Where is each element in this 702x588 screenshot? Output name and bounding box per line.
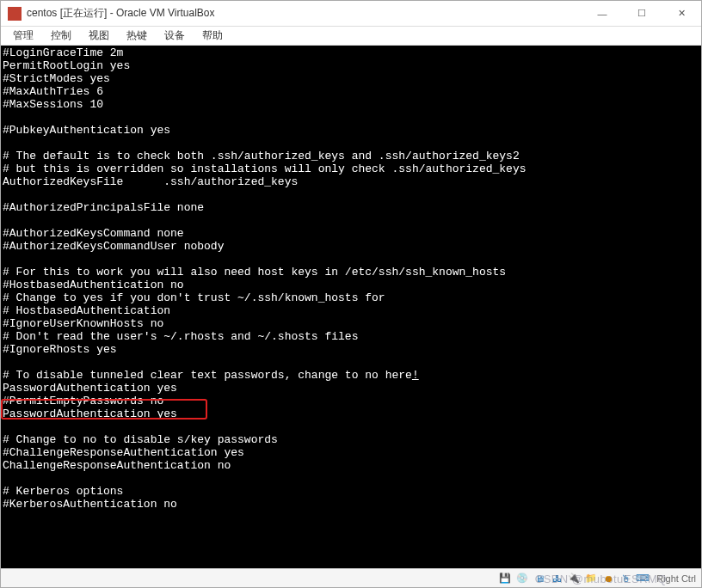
terminal-line: # Change to no to disable s/key password… <box>3 433 699 446</box>
terminal-line <box>3 214 699 227</box>
maximize-icon: ☐ <box>637 8 646 19</box>
terminal-line: # Change to yes if you don't trust ~/.ss… <box>3 291 699 304</box>
terminal-line <box>3 111 699 124</box>
minimize-icon: — <box>598 9 607 19</box>
record-icon[interactable]: ⏺ <box>601 572 615 585</box>
menu-manage[interactable]: 管理 <box>4 27 42 45</box>
titlebar[interactable]: centos [正在运行] - Oracle VM VirtualBox — ☐… <box>1 1 701 27</box>
terminal-line <box>3 420 699 433</box>
vm-icon <box>8 7 22 21</box>
close-button[interactable]: ✕ <box>662 1 701 26</box>
terminal-line: #IgnoreRhosts yes <box>3 343 699 356</box>
terminal-line: #LoginGraceTime 2m <box>3 46 699 59</box>
keyboard-icon[interactable]: ⌨ <box>636 572 650 585</box>
terminal-line: # Don't read the user's ~/.rhosts and ~/… <box>3 330 699 343</box>
terminal-line: #AuthorizedKeysCommand none <box>3 227 699 240</box>
terminal-line: # but this is overridden so installation… <box>3 162 699 175</box>
terminal-line: # HostbasedAuthentication <box>3 304 699 317</box>
terminal-line: #HostbasedAuthentication no <box>3 279 699 291</box>
menu-devices[interactable]: 设备 <box>156 27 194 45</box>
terminal-line: PasswordAuthentication yes <box>3 407 699 420</box>
menu-hotkey[interactable]: 热键 <box>118 27 156 45</box>
terminal-line: AuthorizedKeysFile .ssh/authorized_keys <box>3 175 699 188</box>
network-icon[interactable]: 🖧 <box>550 572 563 585</box>
terminal-line <box>3 253 699 266</box>
statusbar: CSDN @mubotuESRMQ 💾 💿 🖥 🖧 🔌 📁 ⏺ 🖱 ⌨ Righ… <box>1 568 701 587</box>
terminal-line: PasswordAuthentication yes <box>3 382 699 395</box>
terminal-line: #PermitEmptyPasswords no <box>3 395 699 407</box>
maximize-button[interactable]: ☐ <box>622 1 662 26</box>
terminal-viewport[interactable]: #LoginGraceTime 2mPermitRootLogin yes#St… <box>1 46 701 568</box>
terminal-line <box>3 137 699 150</box>
menu-view[interactable]: 视图 <box>80 27 118 45</box>
terminal-line: #ChallengeResponseAuthentication yes <box>3 446 699 459</box>
terminal-line: # To disable tunneled clear text passwor… <box>3 369 699 382</box>
mouse-icon[interactable]: 🖱 <box>619 572 632 585</box>
terminal-line: #MaxSessions 10 <box>3 98 699 111</box>
terminal-line: #KerberosAuthentication no <box>3 498 699 511</box>
window-title: centos [正在运行] - Oracle VM VirtualBox <box>27 6 582 21</box>
menu-help[interactable]: 帮助 <box>194 27 231 45</box>
terminal-line: #MaxAuthTries 6 <box>3 85 699 98</box>
terminal-line <box>3 188 699 201</box>
terminal-line: PermitRootLogin yes <box>3 59 699 72</box>
virtualbox-window: centos [正在运行] - Oracle VM VirtualBox — ☐… <box>0 0 702 588</box>
terminal-line: # For this to work you will also need ho… <box>3 266 699 279</box>
terminal-line <box>3 356 699 369</box>
terminal-line: #AuthorizedKeysCommandUser nobody <box>3 240 699 253</box>
terminal-line <box>3 472 699 485</box>
host-key-label: Right Ctrl <box>656 573 696 584</box>
optical-icon[interactable]: 💿 <box>515 572 529 585</box>
terminal-line: # Kerberos options <box>3 485 699 498</box>
terminal-line: # The default is to check both .ssh/auth… <box>3 150 699 162</box>
shared-folder-icon[interactable]: 📁 <box>584 572 598 585</box>
terminal-line: #PubkeyAuthentication yes <box>3 124 699 137</box>
close-icon: ✕ <box>678 8 686 19</box>
window-controls: — ☐ ✕ <box>582 1 701 26</box>
terminal-line: #IgnoreUserKnownHosts no <box>3 317 699 330</box>
disk-icon[interactable]: 💾 <box>498 572 512 585</box>
minimize-button[interactable]: — <box>582 1 622 26</box>
terminal-line: ChallengeResponseAuthentication no <box>3 459 699 472</box>
menubar: 管理 控制 视图 热键 设备 帮助 <box>1 27 701 46</box>
terminal-line: #AuthorizedPrincipalsFile none <box>3 201 699 214</box>
terminal-line: #StrictModes yes <box>3 72 699 85</box>
display-icon[interactable]: 🖥 <box>533 572 546 585</box>
usb-icon[interactable]: 🔌 <box>567 572 581 585</box>
menu-control[interactable]: 控制 <box>42 27 80 45</box>
